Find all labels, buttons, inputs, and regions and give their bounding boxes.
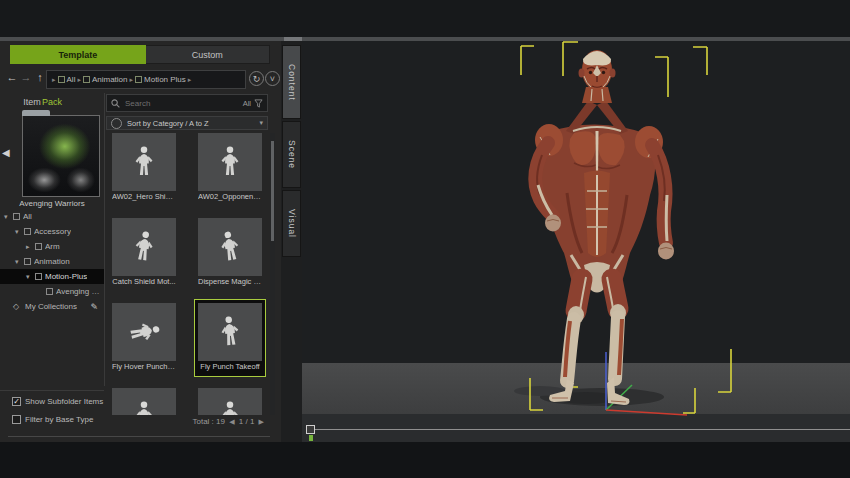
up-icon[interactable]: ↑	[34, 70, 46, 84]
pack-icon	[46, 288, 53, 295]
breadcrumb-item-motion-plus[interactable]: Motion Plus	[144, 75, 186, 84]
tree-expander-icon[interactable]: ▾	[15, 258, 24, 266]
pack-thumbnail[interactable]	[22, 115, 100, 197]
tree-expander-icon[interactable]: ▾	[26, 273, 35, 281]
all-box-icon	[13, 213, 20, 220]
tree-item-my-collections[interactable]: ◇My Collections✎	[0, 299, 104, 314]
application-window: Template Custom ← → ↑ ▸ All ▸ Animation …	[0, 0, 850, 478]
grid-item[interactable]	[112, 388, 176, 415]
content-manager-panel: Template Custom ← → ↑ ▸ All ▸ Animation …	[0, 41, 282, 442]
chevron-down-icon: ▾	[259, 119, 263, 127]
forward-icon[interactable]: →	[20, 70, 32, 84]
side-tab-strip: Content Scene Visual	[281, 41, 302, 442]
tree-expander-icon[interactable]: ▾	[4, 213, 13, 221]
search-input[interactable]	[123, 98, 240, 109]
tree-item-accessory[interactable]: ▾Accessory	[0, 224, 104, 239]
tree-expander-icon[interactable]: ▸	[26, 243, 35, 251]
show-subfolder-checkbox[interactable]: ✓ Show Subfolder Items	[12, 397, 103, 406]
mannequin-icon	[217, 397, 243, 415]
content-source-tabs: Template Custom	[10, 45, 270, 64]
search-scope-all[interactable]: All	[243, 99, 251, 108]
grid-item-catch-shield-mot[interactable]: Catch Shield Mot...	[112, 218, 176, 288]
tree-item-motion-plus[interactable]: ▾Motion-Plus	[0, 269, 104, 284]
folder-tree: ▾All▾Accessory▸Arm▾Animation▾Motion-Plus…	[0, 209, 104, 314]
mannequin-icon	[217, 142, 243, 182]
grid-item-fly-punch-takeoff[interactable]: Fly Punch Takeoff	[198, 303, 262, 373]
mannequin-icon	[131, 142, 157, 182]
collections-diamond-icon: ◇	[13, 303, 22, 311]
panel-horizontal-scrollbar[interactable]	[8, 436, 270, 437]
tree-expander-icon[interactable]: ▾	[15, 228, 24, 236]
motion-thumbnail[interactable]	[198, 218, 262, 276]
tree-item-label: All	[23, 212, 32, 221]
timeline-start-marker	[309, 435, 313, 441]
timeline-handle[interactable]	[306, 425, 315, 434]
grid-item[interactable]	[198, 388, 262, 415]
accessory-icon	[24, 228, 31, 235]
motion-label: AW02_Hero Shield...	[112, 191, 176, 203]
animation-icon	[83, 76, 90, 83]
chevron-right-icon: ▸	[52, 76, 56, 84]
pack-prev-icon[interactable]: ◀	[2, 147, 10, 158]
motion-thumbnail[interactable]	[112, 303, 176, 361]
mannequin-icon	[122, 315, 167, 349]
tab-item[interactable]: Item	[0, 94, 64, 110]
chevron-right-icon: ▸	[188, 76, 192, 84]
tab-scene[interactable]: Scene	[282, 121, 301, 188]
motion-grid: AW02_Hero Shield...AW02_Opponent ...Catc…	[104, 133, 268, 415]
viewport-3d[interactable]	[302, 41, 850, 442]
animation-icon	[24, 258, 31, 265]
grid-item-dispense-magic-wi[interactable]: Dispense Magic Wi...	[198, 218, 262, 288]
mannequin-icon	[128, 225, 159, 268]
filter-funnel-icon[interactable]	[254, 99, 263, 108]
grid-item-aw02-opponent[interactable]: AW02_Opponent ...	[198, 133, 262, 203]
checkbox-checked-icon[interactable]: ✓	[12, 397, 21, 406]
gizmo-x-axis[interactable]	[606, 410, 687, 415]
window-bottom-strip	[0, 442, 850, 478]
ecorche-model[interactable]	[470, 41, 730, 409]
tree-item-label: Avenging Warriors	[56, 287, 104, 296]
breadcrumb-item-all[interactable]: All	[67, 75, 76, 84]
tree-item-arm[interactable]: ▸Arm	[0, 239, 104, 254]
all-folder-icon	[58, 76, 65, 83]
breadcrumb-item-animation[interactable]: Animation	[92, 75, 128, 84]
page-next-icon[interactable]: ▶	[259, 418, 264, 425]
motion-thumbnail[interactable]	[198, 303, 262, 361]
sort-dropdown[interactable]: Sort by Category / A to Z ▾	[106, 116, 268, 130]
tree-item-label: My Collections	[25, 302, 77, 311]
breadcrumb[interactable]: ▸ All ▸ Animation ▸ Motion Plus ▸	[46, 70, 246, 89]
back-icon[interactable]: ←	[6, 70, 18, 84]
tab-visual[interactable]: Visual	[282, 190, 301, 257]
motion-thumbnail[interactable]	[112, 133, 176, 191]
refresh-icon[interactable]: ↻	[249, 71, 264, 86]
tree-item-all[interactable]: ▾All	[0, 209, 104, 224]
motion-thumbnail[interactable]	[112, 218, 176, 276]
grid-scrollbar[interactable]	[270, 133, 275, 415]
motion-thumbnail[interactable]	[198, 388, 262, 415]
page-prev-icon[interactable]: ◀	[229, 418, 234, 425]
pack-name: Avenging Warriors	[4, 199, 100, 208]
tree-item-animation[interactable]: ▾Animation	[0, 254, 104, 269]
grid-scrollbar-thumb[interactable]	[271, 141, 274, 241]
arm-icon	[35, 243, 42, 250]
tree-item-avenging-warriors[interactable]: Avenging Warriors	[0, 284, 104, 299]
motion-label: AW02_Opponent ...	[198, 191, 262, 203]
collapse-icon[interactable]: ˅	[265, 71, 280, 86]
tab-custom[interactable]: Custom	[146, 45, 270, 64]
grid-item-fly-hover-punch-l[interactable]: Fly Hover Punch L...	[112, 303, 176, 373]
total-count: Total : 19	[192, 417, 224, 426]
edit-collections-icon[interactable]: ✎	[90, 302, 98, 312]
options-separator	[0, 390, 104, 391]
tab-content[interactable]: Content	[282, 45, 301, 119]
filter-base-label: Filter by Base Type	[25, 415, 93, 424]
tab-template[interactable]: Template	[10, 45, 146, 64]
filter-base-checkbox[interactable]: ✓ Filter by Base Type	[12, 415, 93, 424]
sort-order-icon[interactable]	[111, 118, 122, 129]
checkbox-unchecked-icon[interactable]: ✓	[12, 415, 21, 424]
chevron-right-icon: ▸	[130, 76, 134, 84]
sort-label: Sort by Category / A to Z	[127, 119, 209, 128]
timeline-scrubber[interactable]	[312, 429, 850, 430]
motion-thumbnail[interactable]	[112, 388, 176, 415]
motion-thumbnail[interactable]	[198, 133, 262, 191]
grid-item-aw02-hero-shield[interactable]: AW02_Hero Shield...	[112, 133, 176, 203]
